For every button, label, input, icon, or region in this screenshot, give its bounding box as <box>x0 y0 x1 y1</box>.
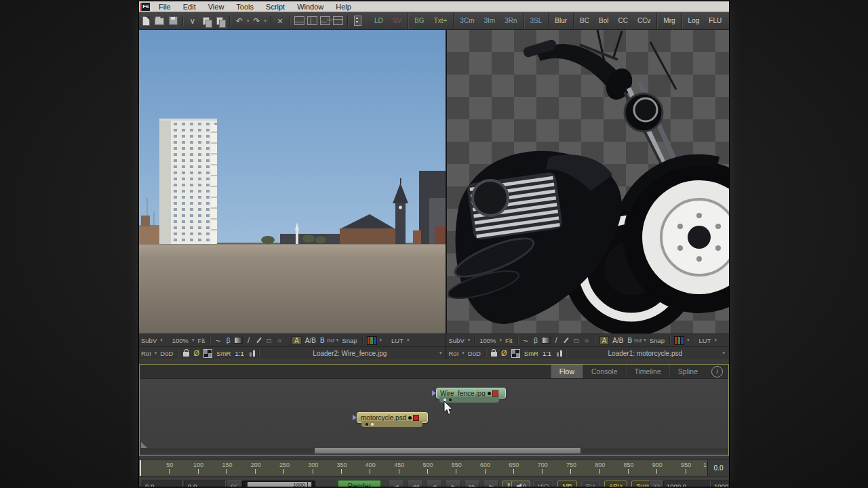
playback-button[interactable]: ▶▶ <box>464 481 480 487</box>
tool-button[interactable]: BG <box>408 13 429 29</box>
guides-dropdown[interactable]: Gd' <box>634 338 642 344</box>
channel-rgb-icon[interactable] <box>367 336 377 345</box>
show-controls-icon[interactable]: Ø <box>499 348 509 358</box>
tool-button[interactable]: SV <box>388 13 406 29</box>
tool-button[interactable]: 3SL <box>524 13 547 29</box>
smooth-resize-button[interactable]: SmR <box>214 350 233 357</box>
roi-dropdown[interactable]: RoI <box>446 350 460 357</box>
buffer-a-button[interactable]: A <box>599 336 610 345</box>
buffer-ab-button[interactable]: A/B <box>305 337 316 344</box>
undo-dropdown-icon[interactable]: ▾ <box>247 18 250 24</box>
insert-tool-icon[interactable]: ∨ <box>186 15 199 27</box>
menu-item[interactable]: Tools <box>230 3 260 11</box>
layout-split-top-icon[interactable] <box>333 16 343 25</box>
redo-icon[interactable]: ↷ <box>250 15 264 27</box>
node-mask-square[interactable] <box>492 390 498 396</box>
channel-rgb-icon[interactable] <box>674 336 684 345</box>
tool-button[interactable]: 3Cm <box>453 13 479 29</box>
tool-button[interactable]: 3Rn <box>500 13 521 29</box>
panel-tab[interactable]: Console <box>583 365 626 378</box>
normalize-icon[interactable] <box>556 350 563 357</box>
buffer-ab-button[interactable]: A/B <box>612 337 623 344</box>
redo-dropdown-icon[interactable]: ▾ <box>264 18 267 24</box>
toggle-button[interactable]: HiQ <box>533 481 553 487</box>
tool-button[interactable]: LD <box>370 13 388 29</box>
node-mask-square[interactable] <box>413 415 419 421</box>
timeline-ruler[interactable]: 50 100 150 200 250 300 350 400 450 500 5… <box>139 460 729 476</box>
toggle-button[interactable]: Prx <box>581 481 600 487</box>
tool-button[interactable]: Log <box>682 13 705 29</box>
node-input-triangle-icon[interactable] <box>432 390 436 396</box>
lock-icon[interactable] <box>491 352 497 357</box>
menu-item[interactable]: Edit <box>177 3 202 11</box>
lut-dropdown[interactable]: LUT <box>697 337 713 344</box>
toggle-button[interactable]: MB <box>557 481 576 487</box>
panel-tab[interactable]: Flow <box>551 365 583 378</box>
range-slider[interactable]: 0 1000 <box>242 481 315 487</box>
one-to-one-button[interactable]: 1:1 <box>540 350 553 357</box>
snap-button[interactable]: Snap <box>340 337 359 344</box>
render-button[interactable]: Render <box>338 480 381 487</box>
gradient-icon[interactable] <box>541 336 551 345</box>
playback-button[interactable]: |◀ <box>388 481 404 487</box>
checker-underlay-icon[interactable] <box>511 349 520 358</box>
lut-dropdown[interactable]: LUT <box>389 337 406 344</box>
pen-tool-icon[interactable] <box>561 336 572 345</box>
fit-button[interactable]: Fit <box>503 337 515 344</box>
port-dot[interactable] <box>449 399 452 401</box>
delete-icon[interactable]: × <box>273 15 287 27</box>
node-motorcycle-footer[interactable] <box>361 421 422 427</box>
line-tool-icon[interactable]: / <box>243 336 254 345</box>
flow-work-area[interactable]: Wire_fence.jpg motorcycle.psd <box>140 379 728 455</box>
menu-item[interactable]: Window <box>291 3 330 11</box>
subview-dropdown[interactable]: SubV <box>139 337 159 344</box>
snap-button[interactable]: Snap <box>648 337 667 344</box>
zoom-level-dropdown[interactable]: 100% <box>477 337 498 344</box>
menu-item[interactable]: View <box>202 3 231 11</box>
gradient-icon[interactable] <box>233 336 243 345</box>
subview-dropdown[interactable]: SubV <box>446 337 466 344</box>
layout-split-left-icon[interactable] <box>307 16 317 25</box>
tool-button[interactable]: FLU <box>704 13 726 29</box>
undo-icon[interactable]: ↶ <box>233 15 246 27</box>
chevron-down-icon[interactable]: ▾ <box>439 350 442 356</box>
ellipse-tool-icon[interactable]: ○ <box>582 336 592 345</box>
rectangle-tool-icon[interactable]: □ <box>264 336 274 345</box>
playback-button[interactable]: ◀◀ <box>407 481 423 487</box>
layout-split-corner-icon[interactable] <box>320 16 330 25</box>
global-start-field[interactable]: 0.0 <box>184 481 226 487</box>
flow-horizontal-scrollbar[interactable] <box>140 448 728 453</box>
tool-button[interactable]: Txt+ <box>429 13 452 29</box>
buffer-b-button[interactable]: B <box>320 337 325 344</box>
menu-item[interactable]: File <box>153 3 177 11</box>
one-to-one-button[interactable]: 1:1 <box>233 350 245 357</box>
flow-resize-grip-icon[interactable] <box>141 442 147 448</box>
global-end-field[interactable]: 1000 <box>711 481 729 487</box>
chevron-down-icon[interactable]: ▾ <box>722 350 725 356</box>
tool-button[interactable]: CC <box>613 13 632 29</box>
bspline-icon[interactable]: β <box>223 336 233 345</box>
tool-button[interactable]: 3Im <box>479 13 500 29</box>
tool-button[interactable]: BC <box>573 13 594 29</box>
current-time-display[interactable]: 0.0 <box>707 460 729 476</box>
tool-button[interactable]: Blur <box>548 13 572 29</box>
toggle-button[interactable]: APrx <box>604 481 628 487</box>
layout-split-bottom-icon[interactable] <box>294 16 304 25</box>
rectangle-tool-icon[interactable]: □ <box>572 336 582 345</box>
panel-tab[interactable]: Timeline <box>626 365 669 378</box>
range-right-button[interactable]: >> <box>649 481 664 487</box>
lock-icon[interactable] <box>183 352 189 357</box>
port-dot[interactable] <box>366 423 368 426</box>
new-comp-icon[interactable] <box>139 15 153 27</box>
node-output-dot[interactable] <box>408 416 412 420</box>
dod-button[interactable]: DoD <box>158 350 175 357</box>
tool-button[interactable]: Bol <box>594 13 613 29</box>
viewer-right-motorcycle[interactable] <box>447 30 729 333</box>
copy-icon[interactable] <box>199 15 213 27</box>
guides-dropdown[interactable]: Gd' <box>327 338 335 344</box>
viewer-left-wire-fence[interactable] <box>139 30 446 333</box>
tool-button[interactable]: Mrg <box>656 13 679 29</box>
node-output-dot[interactable] <box>488 392 491 395</box>
info-icon[interactable]: i <box>711 366 723 378</box>
scrollbar-thumb[interactable] <box>315 448 580 453</box>
